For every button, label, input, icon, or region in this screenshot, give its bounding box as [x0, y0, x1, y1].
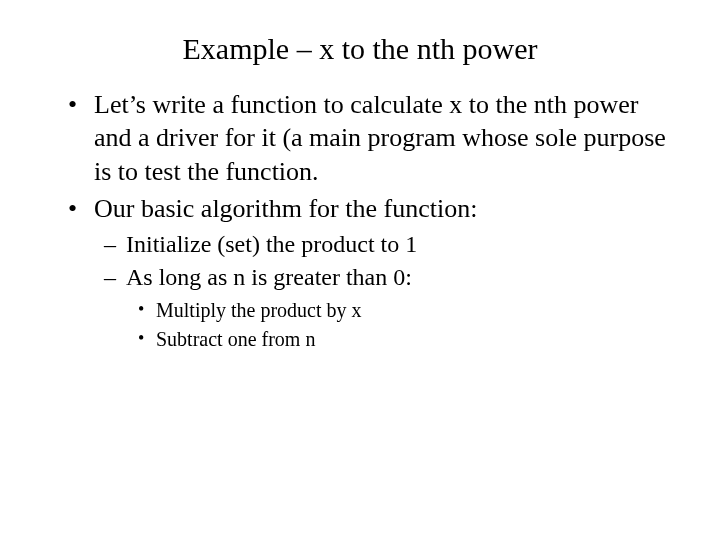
- subsub-bullet-text: Multiply the product by x: [156, 299, 362, 321]
- bullet-text: Our basic algorithm for the function:: [94, 194, 477, 223]
- sub-bullet-text: As long as n is greater than 0:: [126, 264, 412, 290]
- subsub-bullet-list: Multiply the product by x Subtract one f…: [126, 297, 680, 353]
- subsub-bullet-item: Subtract one from n: [156, 326, 680, 353]
- bullet-text: Let’s write a function to calculate x to…: [94, 90, 666, 186]
- bullet-list: Let’s write a function to calculate x to…: [40, 88, 680, 353]
- subsub-bullet-item: Multiply the product by x: [156, 297, 680, 324]
- sub-bullet-item: Initialize (set) the product to 1: [126, 229, 680, 260]
- slide: Example – x to the nth power Let’s write…: [0, 0, 720, 540]
- slide-title: Example – x to the nth power: [40, 32, 680, 66]
- bullet-item: Let’s write a function to calculate x to…: [94, 88, 680, 188]
- bullet-item: Our basic algorithm for the function: In…: [94, 192, 680, 354]
- sub-bullet-list: Initialize (set) the product to 1 As lon…: [94, 229, 680, 353]
- sub-bullet-text: Initialize (set) the product to 1: [126, 231, 417, 257]
- sub-bullet-item: As long as n is greater than 0: Multiply…: [126, 262, 680, 353]
- subsub-bullet-text: Subtract one from n: [156, 328, 315, 350]
